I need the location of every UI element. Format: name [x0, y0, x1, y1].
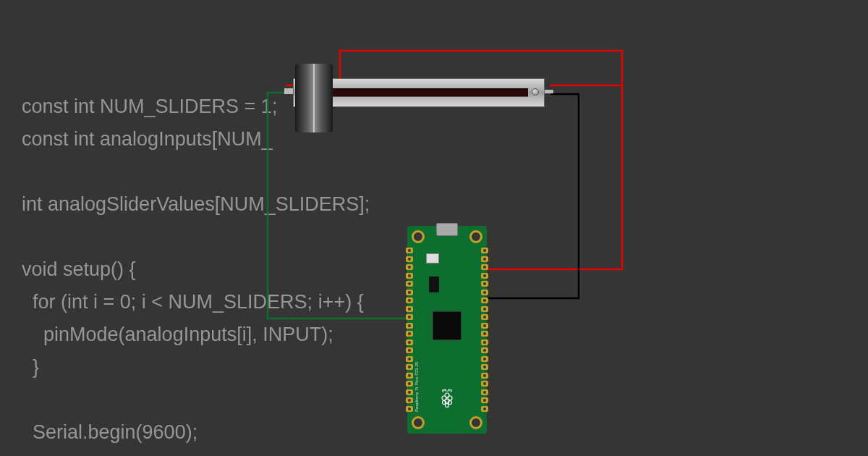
gpio-pin [481, 281, 488, 287]
code-line: Serial.begin(9600); [22, 421, 197, 443]
svg-point-2 [445, 393, 449, 397]
gpio-pin [406, 248, 413, 253]
gpio-pin [481, 364, 488, 370]
slider-track [312, 88, 528, 97]
code-line: const int analogInputs[NUM_ [22, 128, 273, 150]
code-line: pinMode(analogInputs[i], INPUT); [22, 324, 333, 345]
gpio-pin [481, 273, 488, 279]
gpio-pin [406, 364, 413, 370]
gpio-pin [481, 331, 488, 337]
gpio-pin [481, 297, 488, 303]
code-line: } [22, 356, 39, 378]
gpio-pin [481, 290, 488, 295]
gpio-pin [406, 373, 413, 379]
raspberry-logo-icon [438, 388, 456, 408]
gpio-pin [406, 297, 413, 303]
code-line: int analogSliderValues[NUM_SLIDERS]; [22, 193, 370, 215]
code-line: for (int i = 0; i < NUM_SLIDERS; i++) { [22, 291, 364, 313]
gpio-pin [481, 389, 488, 395]
gpio-pin [481, 248, 488, 253]
gpio-pin [481, 381, 488, 387]
wire-gnd [485, 94, 579, 298]
gpio-pin [406, 331, 413, 337]
raspberry-pi-pico[interactable]: Raspberry Pi Pico ©21.20 [407, 226, 487, 434]
gpio-pin [406, 306, 413, 312]
gpio-pin [406, 406, 413, 412]
gpio-pins-left [406, 248, 413, 412]
gpio-pin [406, 264, 413, 270]
board-label: Raspberry Pi Pico ©21.20 [414, 361, 419, 412]
slider-pin-wiper [284, 88, 293, 94]
gpio-pins-right [481, 248, 488, 412]
svg-point-6 [446, 404, 449, 408]
code-line: void setup() { [22, 258, 141, 280]
code-line: const int NUM_SLIDERS = 1; [22, 96, 277, 117]
usb-connector [436, 223, 458, 236]
gpio-pin [481, 306, 488, 312]
gpio-pin [406, 281, 413, 287]
gpio-pin [406, 339, 413, 345]
gpio-pin [481, 339, 488, 345]
gpio-pin [481, 406, 488, 412]
gpio-pin [481, 264, 488, 270]
gpio-pin [406, 381, 413, 387]
flash-chip [429, 276, 439, 292]
gpio-pin [481, 347, 488, 353]
gpio-pin [481, 373, 488, 379]
gpio-pin [481, 397, 488, 403]
gpio-pin [406, 356, 413, 362]
gpio-pin [406, 314, 413, 320]
rp2040-chip [433, 311, 461, 340]
gpio-pin [406, 290, 413, 295]
gpio-pin [406, 273, 413, 279]
slider-screw [532, 88, 539, 96]
gpio-pin [406, 256, 413, 262]
mounting-hole [412, 416, 425, 429]
gpio-pin [406, 389, 413, 395]
gpio-pin [481, 256, 488, 262]
gpio-pin [481, 323, 488, 329]
gpio-pin [406, 347, 413, 353]
gpio-pin [406, 397, 413, 403]
slider-knob[interactable] [295, 64, 333, 132]
gpio-pin [481, 356, 488, 362]
bootsel-button[interactable] [426, 253, 439, 263]
mounting-hole [412, 230, 425, 243]
mounting-hole [469, 230, 482, 243]
gpio-pin [406, 323, 413, 329]
mounting-hole [469, 416, 482, 429]
gpio-pin [481, 314, 488, 320]
slider-pin-end [545, 90, 553, 93]
